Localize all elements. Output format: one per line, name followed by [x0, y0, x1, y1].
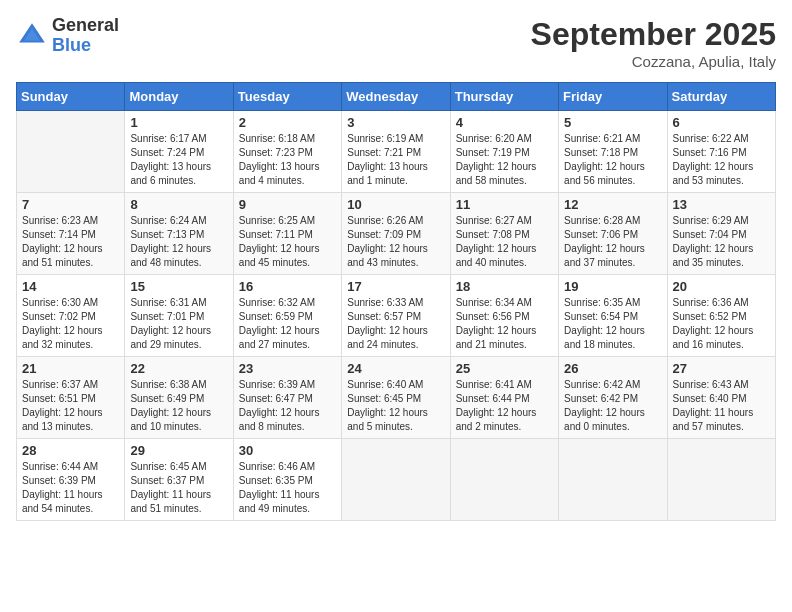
day-info: Sunrise: 6:41 AM Sunset: 6:44 PM Dayligh… — [456, 378, 553, 434]
calendar-cell: 10Sunrise: 6:26 AM Sunset: 7:09 PM Dayli… — [342, 193, 450, 275]
calendar-cell: 15Sunrise: 6:31 AM Sunset: 7:01 PM Dayli… — [125, 275, 233, 357]
calendar-cell: 30Sunrise: 6:46 AM Sunset: 6:35 PM Dayli… — [233, 439, 341, 521]
weekday-wednesday: Wednesday — [342, 83, 450, 111]
weekday-tuesday: Tuesday — [233, 83, 341, 111]
calendar-cell: 8Sunrise: 6:24 AM Sunset: 7:13 PM Daylig… — [125, 193, 233, 275]
calendar-cell: 18Sunrise: 6:34 AM Sunset: 6:56 PM Dayli… — [450, 275, 558, 357]
calendar-cell: 1Sunrise: 6:17 AM Sunset: 7:24 PM Daylig… — [125, 111, 233, 193]
day-info: Sunrise: 6:37 AM Sunset: 6:51 PM Dayligh… — [22, 378, 119, 434]
calendar-cell: 4Sunrise: 6:20 AM Sunset: 7:19 PM Daylig… — [450, 111, 558, 193]
day-number: 26 — [564, 361, 661, 376]
calendar-cell: 12Sunrise: 6:28 AM Sunset: 7:06 PM Dayli… — [559, 193, 667, 275]
calendar-cell — [342, 439, 450, 521]
page-header: General Blue September 2025 Cozzana, Apu… — [16, 16, 776, 70]
calendar-cell: 9Sunrise: 6:25 AM Sunset: 7:11 PM Daylig… — [233, 193, 341, 275]
day-number: 27 — [673, 361, 770, 376]
calendar-cell: 27Sunrise: 6:43 AM Sunset: 6:40 PM Dayli… — [667, 357, 775, 439]
logo: General Blue — [16, 16, 119, 56]
day-info: Sunrise: 6:21 AM Sunset: 7:18 PM Dayligh… — [564, 132, 661, 188]
day-number: 3 — [347, 115, 444, 130]
weekday-saturday: Saturday — [667, 83, 775, 111]
weekday-header-row: SundayMondayTuesdayWednesdayThursdayFrid… — [17, 83, 776, 111]
day-number: 25 — [456, 361, 553, 376]
day-number: 29 — [130, 443, 227, 458]
calendar-cell: 21Sunrise: 6:37 AM Sunset: 6:51 PM Dayli… — [17, 357, 125, 439]
day-number: 7 — [22, 197, 119, 212]
day-info: Sunrise: 6:45 AM Sunset: 6:37 PM Dayligh… — [130, 460, 227, 516]
day-info: Sunrise: 6:29 AM Sunset: 7:04 PM Dayligh… — [673, 214, 770, 270]
calendar-cell: 13Sunrise: 6:29 AM Sunset: 7:04 PM Dayli… — [667, 193, 775, 275]
day-info: Sunrise: 6:23 AM Sunset: 7:14 PM Dayligh… — [22, 214, 119, 270]
logo-icon — [16, 20, 48, 52]
calendar-cell — [667, 439, 775, 521]
calendar-cell: 20Sunrise: 6:36 AM Sunset: 6:52 PM Dayli… — [667, 275, 775, 357]
day-number: 22 — [130, 361, 227, 376]
day-number: 4 — [456, 115, 553, 130]
day-number: 17 — [347, 279, 444, 294]
day-number: 13 — [673, 197, 770, 212]
week-row-4: 21Sunrise: 6:37 AM Sunset: 6:51 PM Dayli… — [17, 357, 776, 439]
day-info: Sunrise: 6:17 AM Sunset: 7:24 PM Dayligh… — [130, 132, 227, 188]
calendar-cell: 2Sunrise: 6:18 AM Sunset: 7:23 PM Daylig… — [233, 111, 341, 193]
day-info: Sunrise: 6:20 AM Sunset: 7:19 PM Dayligh… — [456, 132, 553, 188]
day-number: 15 — [130, 279, 227, 294]
calendar-cell: 26Sunrise: 6:42 AM Sunset: 6:42 PM Dayli… — [559, 357, 667, 439]
weekday-friday: Friday — [559, 83, 667, 111]
day-number: 2 — [239, 115, 336, 130]
day-info: Sunrise: 6:27 AM Sunset: 7:08 PM Dayligh… — [456, 214, 553, 270]
calendar-cell: 22Sunrise: 6:38 AM Sunset: 6:49 PM Dayli… — [125, 357, 233, 439]
calendar-cell: 19Sunrise: 6:35 AM Sunset: 6:54 PM Dayli… — [559, 275, 667, 357]
month-title: September 2025 — [531, 16, 776, 53]
day-info: Sunrise: 6:44 AM Sunset: 6:39 PM Dayligh… — [22, 460, 119, 516]
week-row-5: 28Sunrise: 6:44 AM Sunset: 6:39 PM Dayli… — [17, 439, 776, 521]
day-info: Sunrise: 6:46 AM Sunset: 6:35 PM Dayligh… — [239, 460, 336, 516]
calendar-cell: 24Sunrise: 6:40 AM Sunset: 6:45 PM Dayli… — [342, 357, 450, 439]
day-number: 24 — [347, 361, 444, 376]
calendar-cell — [559, 439, 667, 521]
day-info: Sunrise: 6:43 AM Sunset: 6:40 PM Dayligh… — [673, 378, 770, 434]
week-row-1: 1Sunrise: 6:17 AM Sunset: 7:24 PM Daylig… — [17, 111, 776, 193]
calendar-cell: 5Sunrise: 6:21 AM Sunset: 7:18 PM Daylig… — [559, 111, 667, 193]
weekday-monday: Monday — [125, 83, 233, 111]
day-number: 20 — [673, 279, 770, 294]
day-info: Sunrise: 6:25 AM Sunset: 7:11 PM Dayligh… — [239, 214, 336, 270]
day-info: Sunrise: 6:40 AM Sunset: 6:45 PM Dayligh… — [347, 378, 444, 434]
logo-text: General Blue — [52, 16, 119, 56]
calendar-cell: 7Sunrise: 6:23 AM Sunset: 7:14 PM Daylig… — [17, 193, 125, 275]
day-number: 9 — [239, 197, 336, 212]
day-info: Sunrise: 6:42 AM Sunset: 6:42 PM Dayligh… — [564, 378, 661, 434]
day-info: Sunrise: 6:26 AM Sunset: 7:09 PM Dayligh… — [347, 214, 444, 270]
day-info: Sunrise: 6:39 AM Sunset: 6:47 PM Dayligh… — [239, 378, 336, 434]
day-number: 28 — [22, 443, 119, 458]
calendar-cell: 25Sunrise: 6:41 AM Sunset: 6:44 PM Dayli… — [450, 357, 558, 439]
day-info: Sunrise: 6:32 AM Sunset: 6:59 PM Dayligh… — [239, 296, 336, 352]
day-info: Sunrise: 6:38 AM Sunset: 6:49 PM Dayligh… — [130, 378, 227, 434]
calendar-cell: 28Sunrise: 6:44 AM Sunset: 6:39 PM Dayli… — [17, 439, 125, 521]
calendar-body: 1Sunrise: 6:17 AM Sunset: 7:24 PM Daylig… — [17, 111, 776, 521]
day-number: 10 — [347, 197, 444, 212]
day-info: Sunrise: 6:28 AM Sunset: 7:06 PM Dayligh… — [564, 214, 661, 270]
location: Cozzana, Apulia, Italy — [531, 53, 776, 70]
day-number: 8 — [130, 197, 227, 212]
day-number: 30 — [239, 443, 336, 458]
title-block: September 2025 Cozzana, Apulia, Italy — [531, 16, 776, 70]
calendar-cell — [450, 439, 558, 521]
day-info: Sunrise: 6:35 AM Sunset: 6:54 PM Dayligh… — [564, 296, 661, 352]
weekday-sunday: Sunday — [17, 83, 125, 111]
day-info: Sunrise: 6:22 AM Sunset: 7:16 PM Dayligh… — [673, 132, 770, 188]
calendar-cell: 29Sunrise: 6:45 AM Sunset: 6:37 PM Dayli… — [125, 439, 233, 521]
day-number: 5 — [564, 115, 661, 130]
week-row-3: 14Sunrise: 6:30 AM Sunset: 7:02 PM Dayli… — [17, 275, 776, 357]
week-row-2: 7Sunrise: 6:23 AM Sunset: 7:14 PM Daylig… — [17, 193, 776, 275]
day-number: 16 — [239, 279, 336, 294]
day-info: Sunrise: 6:36 AM Sunset: 6:52 PM Dayligh… — [673, 296, 770, 352]
weekday-thursday: Thursday — [450, 83, 558, 111]
calendar-cell — [17, 111, 125, 193]
calendar-cell: 14Sunrise: 6:30 AM Sunset: 7:02 PM Dayli… — [17, 275, 125, 357]
day-number: 14 — [22, 279, 119, 294]
calendar: SundayMondayTuesdayWednesdayThursdayFrid… — [16, 82, 776, 521]
calendar-cell: 3Sunrise: 6:19 AM Sunset: 7:21 PM Daylig… — [342, 111, 450, 193]
day-info: Sunrise: 6:31 AM Sunset: 7:01 PM Dayligh… — [130, 296, 227, 352]
logo-general: General — [52, 16, 119, 36]
day-info: Sunrise: 6:33 AM Sunset: 6:57 PM Dayligh… — [347, 296, 444, 352]
